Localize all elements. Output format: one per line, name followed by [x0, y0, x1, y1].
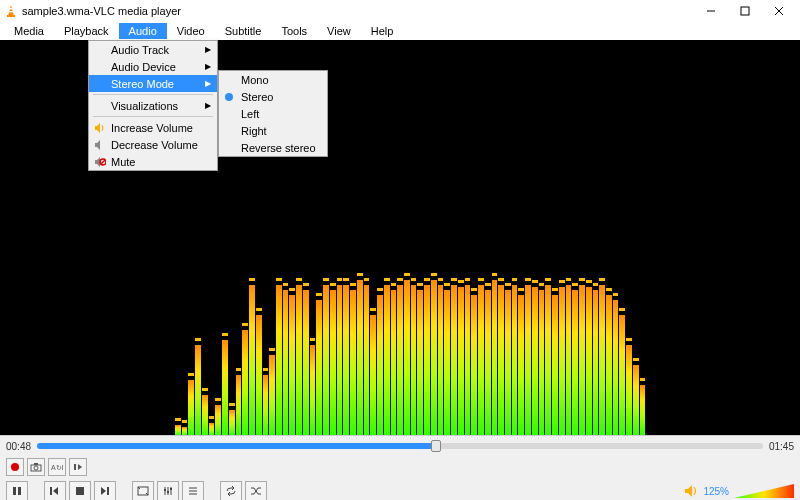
shuffle-button[interactable]	[245, 481, 267, 500]
svg-rect-5	[741, 7, 749, 15]
volume-mute-icon[interactable]	[684, 484, 700, 498]
time-elapsed[interactable]: 00:48	[6, 441, 31, 452]
next-button[interactable]	[94, 481, 116, 500]
menu-label: Decrease Volume	[111, 139, 198, 151]
menu-stereo-mode[interactable]: Stereo Mode▶	[89, 75, 217, 92]
svg-rect-35	[170, 488, 172, 490]
svg-text:A↻B: A↻B	[51, 464, 63, 471]
svg-rect-20	[13, 487, 16, 495]
menu-subtitle[interactable]: Subtitle	[215, 23, 272, 39]
svg-rect-21	[18, 487, 21, 495]
menu-media[interactable]: Media	[4, 23, 54, 39]
video-area: Audio Track▶ Audio Device▶ Stereo Mode▶ …	[0, 40, 800, 435]
menu-label: Visualizations	[111, 100, 178, 112]
vlc-cone-icon	[4, 4, 18, 18]
menu-label: Mute	[111, 156, 135, 168]
svg-marker-23	[53, 487, 58, 495]
minimize-button[interactable]	[694, 1, 728, 21]
svg-rect-24	[76, 487, 84, 495]
svg-point-13	[11, 463, 19, 471]
snapshot-button[interactable]	[27, 458, 45, 476]
menu-label: Left	[241, 108, 259, 120]
menu-label: Audio Device	[111, 61, 176, 73]
playlist-button[interactable]	[182, 481, 204, 500]
svg-rect-26	[107, 487, 109, 495]
menu-label: Increase Volume	[111, 122, 193, 134]
stereo-option-reverse[interactable]: Reverse stereo	[219, 139, 327, 156]
menu-label: Audio Track	[111, 44, 169, 56]
stereo-option-left[interactable]: Left	[219, 105, 327, 122]
svg-point-15	[34, 466, 38, 470]
svg-marker-9	[95, 140, 100, 150]
svg-marker-39	[685, 485, 692, 497]
menu-label: Stereo	[241, 91, 273, 103]
menu-decrease-volume[interactable]: Decrease Volume	[89, 136, 217, 153]
loop-button[interactable]	[220, 481, 242, 500]
menu-tools[interactable]: Tools	[271, 23, 317, 39]
svg-rect-18	[74, 464, 76, 470]
menu-label: Stereo Mode	[111, 78, 174, 90]
svg-rect-3	[9, 11, 14, 12]
menu-label: Right	[241, 125, 267, 137]
chevron-right-icon: ▶	[205, 62, 211, 71]
record-button[interactable]	[6, 458, 24, 476]
mute-icon	[93, 155, 107, 169]
menu-separator	[93, 94, 213, 95]
seek-handle[interactable]	[431, 440, 441, 452]
svg-marker-0	[8, 5, 14, 16]
menu-audio-track[interactable]: Audio Track▶	[89, 41, 217, 58]
pause-button[interactable]	[6, 481, 28, 500]
menu-audio-device[interactable]: Audio Device▶	[89, 58, 217, 75]
volume-slider[interactable]	[734, 482, 794, 500]
close-button[interactable]	[762, 1, 796, 21]
stereo-mode-dropdown: Mono Stereo Left Right Reverse stereo	[218, 70, 328, 157]
stop-button[interactable]	[69, 481, 91, 500]
volume-percent: 125%	[703, 486, 729, 497]
stereo-option-right[interactable]: Right	[219, 122, 327, 139]
menu-visualizations[interactable]: Visualizations▶	[89, 97, 217, 114]
svg-rect-1	[7, 15, 15, 17]
maximize-button[interactable]	[728, 1, 762, 21]
chevron-right-icon: ▶	[205, 45, 211, 54]
chevron-right-icon: ▶	[205, 101, 211, 110]
stereo-option-mono[interactable]: Mono	[219, 71, 327, 88]
menu-playback[interactable]: Playback	[54, 23, 119, 39]
fullscreen-button[interactable]	[132, 481, 154, 500]
time-total[interactable]: 01:45	[769, 441, 794, 452]
frame-step-button[interactable]	[69, 458, 87, 476]
seek-progress	[37, 443, 436, 449]
window-title-app: VLC media player	[94, 5, 181, 17]
volume-down-icon	[93, 138, 107, 152]
menu-video[interactable]: Video	[167, 23, 215, 39]
title-bar: sample3.wma - VLC media player	[0, 0, 800, 22]
svg-marker-8	[95, 123, 100, 133]
svg-line-12	[101, 160, 105, 164]
menu-increase-volume[interactable]: Increase Volume	[89, 119, 217, 136]
svg-marker-19	[78, 464, 82, 470]
previous-button[interactable]	[44, 481, 66, 500]
spectrum-visualization	[175, 255, 645, 435]
chevron-right-icon: ▶	[205, 79, 211, 88]
atob-loop-button[interactable]: A↻B	[48, 458, 66, 476]
menu-separator	[93, 116, 213, 117]
menu-view[interactable]: View	[317, 23, 361, 39]
svg-marker-25	[101, 487, 106, 495]
controls-panel: 00:48 01:45 A↻B 125%	[0, 435, 800, 500]
seek-bar[interactable]	[37, 443, 763, 449]
svg-rect-34	[167, 491, 169, 493]
menu-audio[interactable]: Audio	[119, 23, 167, 39]
radio-selected-icon	[225, 93, 233, 101]
svg-marker-40	[734, 484, 794, 498]
menu-mute[interactable]: Mute	[89, 153, 217, 170]
volume-up-icon	[93, 121, 107, 135]
extended-settings-button[interactable]	[157, 481, 179, 500]
menu-label: Reverse stereo	[241, 142, 316, 154]
menu-bar: Media Playback Audio Video Subtitle Tool…	[0, 22, 800, 40]
menu-label: Mono	[241, 74, 269, 86]
window-title-filename: sample3.wma	[22, 5, 90, 17]
stereo-option-stereo[interactable]: Stereo	[219, 88, 327, 105]
svg-rect-33	[164, 489, 166, 491]
menu-help[interactable]: Help	[361, 23, 404, 39]
svg-rect-16	[34, 463, 38, 465]
audio-dropdown: Audio Track▶ Audio Device▶ Stereo Mode▶ …	[88, 40, 218, 171]
